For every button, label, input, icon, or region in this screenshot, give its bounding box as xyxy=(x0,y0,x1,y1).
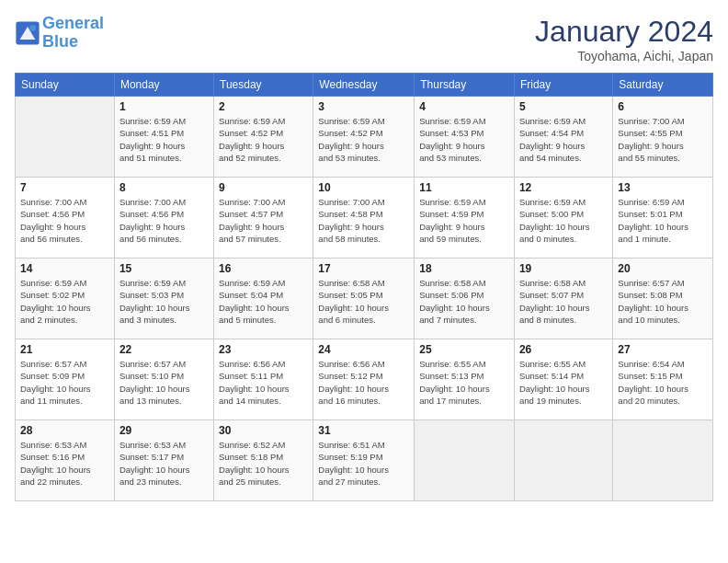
calendar-table: SundayMondayTuesdayWednesdayThursdayFrid… xyxy=(15,73,713,501)
cell-info-text: Sunrise: 6:58 AMSunset: 5:07 PMDaylight:… xyxy=(519,277,608,326)
cell-date-number: 1 xyxy=(119,100,209,113)
logo: General Blue xyxy=(15,15,104,52)
cell-info-text: Sunrise: 7:00 AMSunset: 4:55 PMDaylight:… xyxy=(618,115,708,164)
cell-info-text: Sunrise: 6:53 AMSunset: 5:16 PMDaylight:… xyxy=(20,439,109,488)
cell-info-text: Sunrise: 6:59 AMSunset: 5:00 PMDaylight:… xyxy=(519,196,608,245)
cell-date-number: 11 xyxy=(419,181,509,194)
cell-info-text: Sunrise: 6:54 AMSunset: 5:15 PMDaylight:… xyxy=(618,358,708,407)
calendar-cell: 29Sunrise: 6:53 AMSunset: 5:17 PMDayligh… xyxy=(114,420,213,501)
calendar-cell: 12Sunrise: 6:59 AMSunset: 5:00 PMDayligh… xyxy=(514,178,612,259)
calendar-cell: 24Sunrise: 6:56 AMSunset: 5:12 PMDayligh… xyxy=(313,339,415,420)
cell-date-number: 19 xyxy=(519,262,608,275)
cell-info-text: Sunrise: 6:56 AMSunset: 5:12 PMDaylight:… xyxy=(318,358,409,407)
cell-date-number: 25 xyxy=(419,343,509,356)
cell-info-text: Sunrise: 6:59 AMSunset: 5:02 PMDaylight:… xyxy=(20,277,109,326)
cell-date-number: 23 xyxy=(219,343,308,356)
cell-info-text: Sunrise: 7:00 AMSunset: 4:56 PMDaylight:… xyxy=(20,196,109,245)
logo-icon xyxy=(15,20,40,46)
page: General Blue January 2024 Toyohama, Aich… xyxy=(0,0,728,563)
cell-info-text: Sunrise: 6:59 AMSunset: 4:52 PMDaylight:… xyxy=(219,115,308,164)
weekday-header-tuesday: Tuesday xyxy=(214,74,313,97)
calendar-cell: 8Sunrise: 7:00 AMSunset: 4:56 PMDaylight… xyxy=(114,178,213,259)
cell-date-number: 14 xyxy=(20,262,109,275)
cell-date-number: 18 xyxy=(419,262,509,275)
cell-date-number: 27 xyxy=(618,343,708,356)
location-subtitle: Toyohama, Aichi, Japan xyxy=(535,49,713,63)
cell-info-text: Sunrise: 6:58 AMSunset: 5:06 PMDaylight:… xyxy=(419,277,509,326)
calendar-cell: 5Sunrise: 6:59 AMSunset: 4:54 PMDaylight… xyxy=(514,97,612,178)
cell-info-text: Sunrise: 6:59 AMSunset: 5:04 PMDaylight:… xyxy=(219,277,308,326)
calendar-cell xyxy=(613,420,713,501)
cell-info-text: Sunrise: 6:59 AMSunset: 4:59 PMDaylight:… xyxy=(419,196,509,245)
cell-date-number: 17 xyxy=(318,262,409,275)
week-row-1: 1Sunrise: 6:59 AMSunset: 4:51 PMDaylight… xyxy=(16,97,713,178)
cell-date-number: 2 xyxy=(219,100,308,113)
calendar-cell: 15Sunrise: 6:59 AMSunset: 5:03 PMDayligh… xyxy=(114,259,213,339)
cell-info-text: Sunrise: 6:57 AMSunset: 5:08 PMDaylight:… xyxy=(618,277,708,326)
weekday-header-friday: Friday xyxy=(514,74,612,97)
cell-date-number: 4 xyxy=(419,100,509,113)
cell-date-number: 13 xyxy=(618,181,708,194)
cell-info-text: Sunrise: 6:52 AMSunset: 5:18 PMDaylight:… xyxy=(219,439,308,488)
weekday-header-saturday: Saturday xyxy=(613,74,713,97)
cell-date-number: 30 xyxy=(219,424,308,437)
calendar-cell xyxy=(514,420,612,501)
calendar-cell: 4Sunrise: 6:59 AMSunset: 4:53 PMDaylight… xyxy=(415,97,515,178)
cell-info-text: Sunrise: 6:55 AMSunset: 5:13 PMDaylight:… xyxy=(419,358,509,407)
calendar-cell: 31Sunrise: 6:51 AMSunset: 5:19 PMDayligh… xyxy=(313,420,415,501)
cell-date-number: 5 xyxy=(519,100,608,113)
cell-date-number: 24 xyxy=(318,343,409,356)
cell-info-text: Sunrise: 6:53 AMSunset: 5:17 PMDaylight:… xyxy=(119,439,209,488)
calendar-cell: 30Sunrise: 6:52 AMSunset: 5:18 PMDayligh… xyxy=(214,420,313,501)
cell-info-text: Sunrise: 6:59 AMSunset: 5:03 PMDaylight:… xyxy=(119,277,209,326)
cell-info-text: Sunrise: 7:00 AMSunset: 4:58 PMDaylight:… xyxy=(318,196,409,245)
cell-info-text: Sunrise: 7:00 AMSunset: 4:56 PMDaylight:… xyxy=(119,196,209,245)
calendar-cell: 16Sunrise: 6:59 AMSunset: 5:04 PMDayligh… xyxy=(214,259,313,339)
calendar-cell xyxy=(16,97,115,178)
weekday-header-row: SundayMondayTuesdayWednesdayThursdayFrid… xyxy=(16,74,713,97)
cell-date-number: 28 xyxy=(20,424,109,437)
calendar-cell: 13Sunrise: 6:59 AMSunset: 5:01 PMDayligh… xyxy=(613,178,713,259)
calendar-cell: 18Sunrise: 6:58 AMSunset: 5:06 PMDayligh… xyxy=(415,259,515,339)
cell-info-text: Sunrise: 6:59 AMSunset: 5:01 PMDaylight:… xyxy=(618,196,708,245)
cell-info-text: Sunrise: 6:59 AMSunset: 4:51 PMDaylight:… xyxy=(119,115,209,164)
title-area: January 2024 Toyohama, Aichi, Japan xyxy=(535,15,713,63)
cell-info-text: Sunrise: 6:59 AMSunset: 4:54 PMDaylight:… xyxy=(519,115,608,164)
cell-date-number: 21 xyxy=(20,343,109,356)
svg-point-2 xyxy=(29,25,36,31)
calendar-cell: 9Sunrise: 7:00 AMSunset: 4:57 PMDaylight… xyxy=(214,178,313,259)
calendar-cell: 2Sunrise: 6:59 AMSunset: 4:52 PMDaylight… xyxy=(214,97,313,178)
calendar-cell: 7Sunrise: 7:00 AMSunset: 4:56 PMDaylight… xyxy=(16,178,115,259)
calendar-cell: 17Sunrise: 6:58 AMSunset: 5:05 PMDayligh… xyxy=(313,259,415,339)
calendar-cell: 1Sunrise: 6:59 AMSunset: 4:51 PMDaylight… xyxy=(114,97,213,178)
calendar-cell: 21Sunrise: 6:57 AMSunset: 5:09 PMDayligh… xyxy=(16,339,115,420)
cell-date-number: 9 xyxy=(219,181,308,194)
cell-info-text: Sunrise: 6:59 AMSunset: 4:53 PMDaylight:… xyxy=(419,115,509,164)
cell-info-text: Sunrise: 6:56 AMSunset: 5:11 PMDaylight:… xyxy=(219,358,308,407)
cell-info-text: Sunrise: 6:58 AMSunset: 5:05 PMDaylight:… xyxy=(318,277,409,326)
cell-info-text: Sunrise: 7:00 AMSunset: 4:57 PMDaylight:… xyxy=(219,196,308,245)
cell-info-text: Sunrise: 6:59 AMSunset: 4:52 PMDaylight:… xyxy=(318,115,409,164)
week-row-2: 7Sunrise: 7:00 AMSunset: 4:56 PMDaylight… xyxy=(16,178,713,259)
cell-date-number: 12 xyxy=(519,181,608,194)
calendar-cell: 14Sunrise: 6:59 AMSunset: 5:02 PMDayligh… xyxy=(16,259,115,339)
weekday-header-monday: Monday xyxy=(114,74,213,97)
calendar-cell: 20Sunrise: 6:57 AMSunset: 5:08 PMDayligh… xyxy=(613,259,713,339)
cell-date-number: 3 xyxy=(318,100,409,113)
calendar-cell: 22Sunrise: 6:57 AMSunset: 5:10 PMDayligh… xyxy=(114,339,213,420)
calendar-cell: 23Sunrise: 6:56 AMSunset: 5:11 PMDayligh… xyxy=(214,339,313,420)
week-row-4: 21Sunrise: 6:57 AMSunset: 5:09 PMDayligh… xyxy=(16,339,713,420)
cell-date-number: 16 xyxy=(219,262,308,275)
header: General Blue January 2024 Toyohama, Aich… xyxy=(15,15,713,63)
calendar-cell: 3Sunrise: 6:59 AMSunset: 4:52 PMDaylight… xyxy=(313,97,415,178)
cell-date-number: 29 xyxy=(119,424,209,437)
calendar-cell: 25Sunrise: 6:55 AMSunset: 5:13 PMDayligh… xyxy=(415,339,515,420)
cell-date-number: 10 xyxy=(318,181,409,194)
cell-info-text: Sunrise: 6:57 AMSunset: 5:10 PMDaylight:… xyxy=(119,358,209,407)
calendar-cell xyxy=(415,420,515,501)
calendar-cell: 28Sunrise: 6:53 AMSunset: 5:16 PMDayligh… xyxy=(16,420,115,501)
cell-date-number: 20 xyxy=(618,262,708,275)
cell-date-number: 26 xyxy=(519,343,608,356)
cell-date-number: 6 xyxy=(618,100,708,113)
cell-info-text: Sunrise: 6:57 AMSunset: 5:09 PMDaylight:… xyxy=(20,358,109,407)
